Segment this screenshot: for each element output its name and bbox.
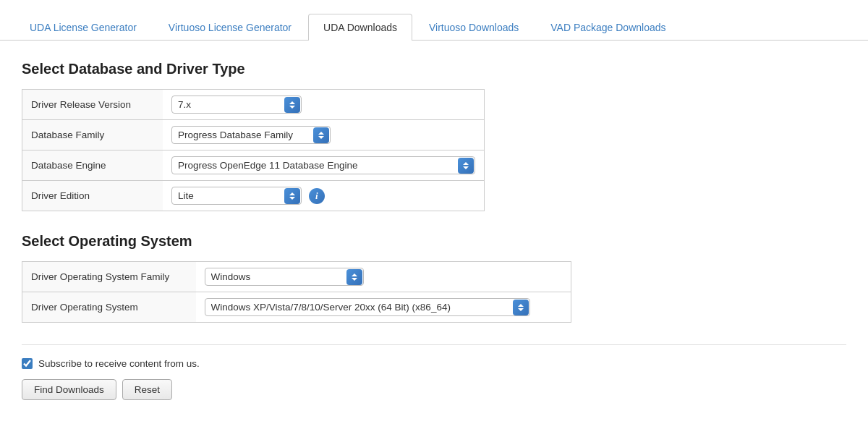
os-family-wrapper: Windows Linux macOS Solaris — [205, 268, 364, 286]
table-row: Driver Operating System Windows XP/Vista… — [22, 292, 571, 323]
table-row: Driver Release Version 6.x 7.x 8.x — [22, 90, 485, 120]
os-family-label: Driver Operating System Family — [22, 262, 196, 292]
driver-type-table: Driver Release Version 6.x 7.x 8.x Datab… — [22, 89, 485, 211]
driver-release-version-label: Driver Release Version — [22, 90, 163, 120]
database-engine-select[interactable]: Progress OpenEdge 11 Database Engine Pro… — [171, 156, 475, 174]
buttons-row: Find Downloads Reset — [22, 379, 846, 400]
database-engine-label: Database Engine — [22, 150, 163, 181]
divider — [22, 344, 846, 345]
database-engine-wrapper: Progress OpenEdge 11 Database Engine Pro… — [171, 156, 475, 174]
driver-edition-info-icon[interactable]: i — [309, 188, 325, 204]
driver-edition-label: Driver Edition — [22, 181, 163, 211]
database-family-wrapper: Progress Database Family Oracle SQL Serv… — [171, 126, 331, 144]
subscribe-label: Subscribe to receive content from us. — [38, 358, 200, 369]
database-family-select[interactable]: Progress Database Family Oracle SQL Serv… — [171, 126, 331, 144]
os-family-select[interactable]: Windows Linux macOS Solaris — [205, 268, 364, 286]
tab-uda-downloads[interactable]: UDA Downloads — [308, 14, 412, 41]
tabs-bar: UDA License Generator Virtuoso License G… — [0, 0, 868, 41]
tab-vad-package[interactable]: VAD Package Downloads — [535, 14, 681, 41]
driver-edition-wrapper: Lite Enterprise — [171, 187, 302, 205]
os-label: Driver Operating System — [22, 292, 196, 323]
find-downloads-button[interactable]: Find Downloads — [22, 379, 116, 400]
table-row: Database Engine Progress OpenEdge 11 Dat… — [22, 150, 485, 181]
tab-virtuoso-downloads[interactable]: Virtuoso Downloads — [414, 14, 534, 41]
reset-button[interactable]: Reset — [122, 379, 172, 400]
driver-release-version-wrapper: 6.x 7.x 8.x — [171, 96, 302, 114]
subscribe-checkbox[interactable] — [22, 358, 33, 369]
os-wrapper: Windows XP/Vista/7/8/10/Server 20xx (64 … — [205, 298, 530, 316]
tab-uda-license[interactable]: UDA License Generator — [14, 14, 152, 41]
section2-title: Select Operating System — [22, 233, 846, 250]
driver-release-version-select[interactable]: 6.x 7.x 8.x — [171, 96, 302, 114]
table-row: Driver Edition Lite Enterprise i — [22, 181, 485, 211]
table-row: Database Family Progress Database Family… — [22, 120, 485, 150]
main-content: Select Database and Driver Type Driver R… — [0, 41, 868, 420]
subscribe-row: Subscribe to receive content from us. — [22, 358, 846, 369]
os-select[interactable]: Windows XP/Vista/7/8/10/Server 20xx (64 … — [205, 298, 530, 316]
section1-title: Select Database and Driver Type — [22, 61, 846, 77]
table-row: Driver Operating System Family Windows L… — [22, 262, 571, 292]
tab-virtuoso-license[interactable]: Virtuoso License Generator — [153, 14, 307, 41]
driver-edition-select[interactable]: Lite Enterprise — [171, 187, 302, 205]
os-table: Driver Operating System Family Windows L… — [22, 261, 571, 323]
database-family-label: Database Family — [22, 120, 163, 150]
